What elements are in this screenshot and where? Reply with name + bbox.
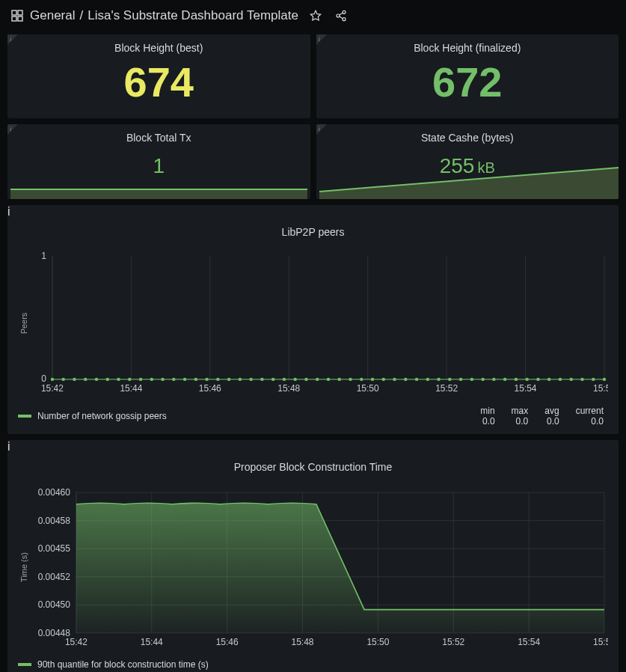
- star-icon[interactable]: [307, 7, 324, 24]
- svg-text:15:56: 15:56: [593, 383, 608, 394]
- svg-text:15:44: 15:44: [120, 383, 142, 394]
- legend: 90th quantile for block construction tim…: [7, 655, 619, 672]
- chart-proposer[interactable]: Time (s) 0.004480.004500.004520.004550.0…: [18, 483, 608, 652]
- svg-text:15:48: 15:48: [277, 383, 300, 394]
- info-icon[interactable]: i: [319, 125, 321, 132]
- svg-rect-3: [18, 16, 22, 21]
- panel-state-cache[interactable]: i State Cashe (bytes) 255kB: [316, 124, 619, 199]
- svg-rect-0: [12, 10, 16, 15]
- svg-point-7: [343, 18, 346, 21]
- svg-text:15:54: 15:54: [518, 637, 540, 647]
- svg-text:0.00460: 0.00460: [38, 487, 71, 498]
- breadcrumb[interactable]: General / Lisa's Substrate Dashboard Tem…: [30, 8, 298, 23]
- svg-text:15:52: 15:52: [442, 637, 464, 647]
- legend-stats: min0.0 max0.0 avg0.0 current0.0: [480, 406, 604, 427]
- panel-title: LibP2P peers: [7, 219, 619, 242]
- svg-text:0: 0: [41, 373, 46, 384]
- info-icon[interactable]: i: [319, 35, 321, 43]
- sparkline: [10, 189, 307, 199]
- svg-point-6: [337, 14, 340, 17]
- info-icon[interactable]: i: [10, 35, 12, 43]
- svg-marker-10: [319, 168, 619, 199]
- svg-marker-4: [310, 10, 320, 20]
- panel-libp2p-peers[interactable]: i LibP2P peers Peers 1 0 15:4215:4415:46…: [7, 205, 619, 434]
- stat-value: 1: [7, 148, 310, 178]
- legend-swatch: [18, 663, 31, 666]
- svg-text:Peers: Peers: [19, 312, 28, 334]
- svg-text:0.00452: 0.00452: [38, 572, 71, 582]
- stat-value: 674: [7, 58, 310, 103]
- svg-text:15:56: 15:56: [593, 637, 608, 647]
- info-icon[interactable]: i: [7, 440, 619, 453]
- svg-line-9: [340, 16, 343, 19]
- dashboard-grid-icon: [10, 9, 24, 22]
- breadcrumb-folder[interactable]: General: [30, 8, 75, 23]
- panel-block-height-finalized[interactable]: i Block Height (finalized) 672: [316, 34, 619, 118]
- svg-text:0.00455: 0.00455: [38, 543, 71, 554]
- svg-text:0.00450: 0.00450: [38, 599, 71, 610]
- panel-proposer-time[interactable]: i Proposer Block Construction Time Time …: [7, 440, 619, 672]
- share-icon[interactable]: [333, 7, 349, 24]
- svg-text:15:46: 15:46: [216, 637, 239, 647]
- svg-text:0.00458: 0.00458: [38, 516, 71, 526]
- panel-title: Proposer Block Construction Time: [7, 453, 619, 477]
- svg-text:15:54: 15:54: [515, 383, 537, 394]
- panel-title: Block Height (best): [7, 34, 310, 58]
- svg-text:15:46: 15:46: [199, 383, 221, 394]
- stat-value: 672: [316, 58, 619, 103]
- svg-rect-1: [18, 10, 22, 15]
- svg-rect-2: [12, 16, 16, 21]
- svg-text:15:50: 15:50: [357, 383, 379, 394]
- sparkline: [319, 162, 619, 199]
- info-icon[interactable]: i: [10, 125, 12, 132]
- legend-label[interactable]: 90th quantile for block construction tim…: [37, 659, 209, 670]
- svg-text:15:42: 15:42: [41, 383, 64, 394]
- breadcrumb-title[interactable]: Lisa's Substrate Dashboard Template: [88, 8, 298, 23]
- svg-point-5: [343, 10, 346, 13]
- info-icon[interactable]: i: [7, 205, 619, 219]
- chart-libp2p[interactable]: Peers 1 0 15:4215:4415:4615:4815:5015:52…: [18, 248, 608, 398]
- dashboard-header: General / Lisa's Substrate Dashboard Tem…: [0, 0, 626, 34]
- svg-text:15:48: 15:48: [292, 637, 314, 647]
- panel-title: State Cashe (bytes): [316, 124, 619, 148]
- panel-title: Block Total Tx: [7, 124, 310, 148]
- svg-text:15:50: 15:50: [366, 637, 389, 647]
- panel-block-height-best[interactable]: i Block Height (best) 674: [7, 34, 310, 118]
- breadcrumb-separator: /: [79, 8, 83, 23]
- svg-text:15:44: 15:44: [141, 637, 163, 647]
- svg-text:15:52: 15:52: [435, 383, 458, 394]
- svg-text:1: 1: [41, 251, 46, 261]
- panel-block-total-tx[interactable]: i Block Total Tx 1: [7, 124, 310, 199]
- legend-label[interactable]: Number of network gossip peers: [37, 411, 167, 421]
- svg-text:15:42: 15:42: [65, 637, 88, 647]
- panel-title: Block Height (finalized): [316, 34, 619, 58]
- legend-swatch: [18, 415, 31, 418]
- svg-line-8: [340, 13, 343, 15]
- svg-text:Time (s): Time (s): [19, 552, 28, 582]
- legend: Number of network gossip peers min0.0 ma…: [7, 401, 619, 434]
